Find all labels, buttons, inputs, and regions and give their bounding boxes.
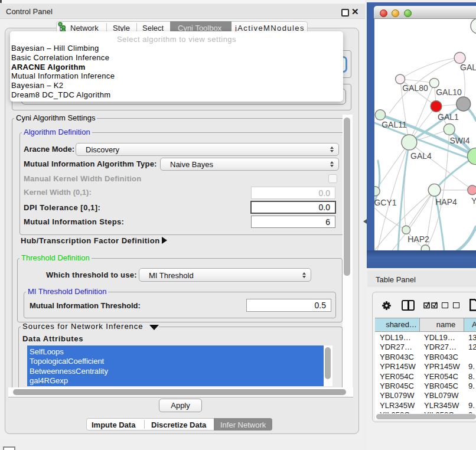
svg-text:SWI4: SWI4 [449,136,470,145]
svg-text:GAL80: GAL80 [402,83,428,93]
svg-text:GAL11: GAL11 [382,120,407,129]
svg-text:GAL2: GAL2 [460,63,476,72]
svg-text:HAP4: HAP4 [435,197,457,207]
svg-text:GAL1: GAL1 [438,112,459,122]
svg-text:GCY1: GCY1 [374,198,397,207]
svg-text:GAL10: GAL10 [436,87,462,97]
svg-text:Y: Y [471,196,476,206]
svg-text:HAP2: HAP2 [407,234,429,244]
svg-text:GAL4: GAL4 [410,151,432,161]
